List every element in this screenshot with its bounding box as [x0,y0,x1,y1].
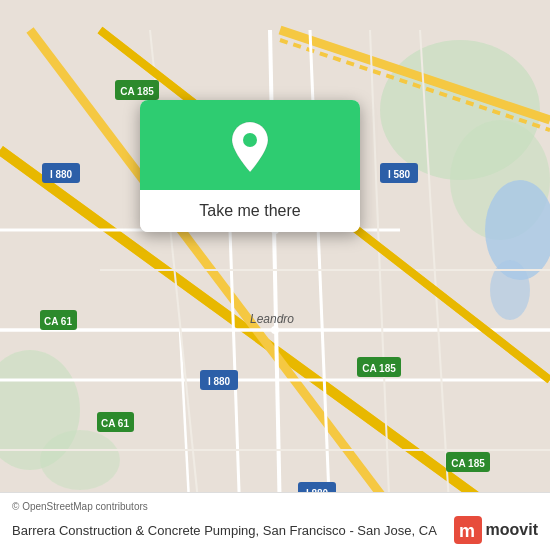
bottom-bar: © OpenStreetMap contributors Barrera Con… [0,492,550,550]
business-name: Barrera Construction & Concrete Pumping,… [12,523,437,538]
svg-text:I 580: I 580 [388,169,411,180]
svg-text:CA 185: CA 185 [451,458,485,469]
moovit-logo[interactable]: m moovit [454,516,538,544]
moovit-icon: m [454,516,482,544]
svg-point-46 [271,326,279,334]
svg-text:CA 61: CA 61 [101,418,129,429]
attribution: © OpenStreetMap contributors [12,501,538,512]
moovit-text: moovit [486,521,538,539]
svg-text:CA 185: CA 185 [120,86,154,97]
svg-text:Leandro: Leandro [250,312,294,326]
popup-card: Take me there [140,100,360,232]
map-container: I 880 CA 185 I 580 CA 61 I 880 CA 61 CA … [0,0,550,550]
svg-text:CA 185: CA 185 [362,363,396,374]
svg-text:I 880: I 880 [50,169,73,180]
svg-point-4 [40,430,120,490]
map-background: I 880 CA 185 I 580 CA 61 I 880 CA 61 CA … [0,0,550,550]
map-pin-icon [228,120,272,174]
svg-text:I 880: I 880 [208,376,231,387]
svg-text:m: m [459,521,475,541]
svg-point-47 [243,133,257,147]
popup-header [140,100,360,190]
business-info: Barrera Construction & Concrete Pumping,… [12,516,538,544]
take-me-there-button[interactable]: Take me there [140,190,360,232]
svg-text:CA 61: CA 61 [44,316,72,327]
